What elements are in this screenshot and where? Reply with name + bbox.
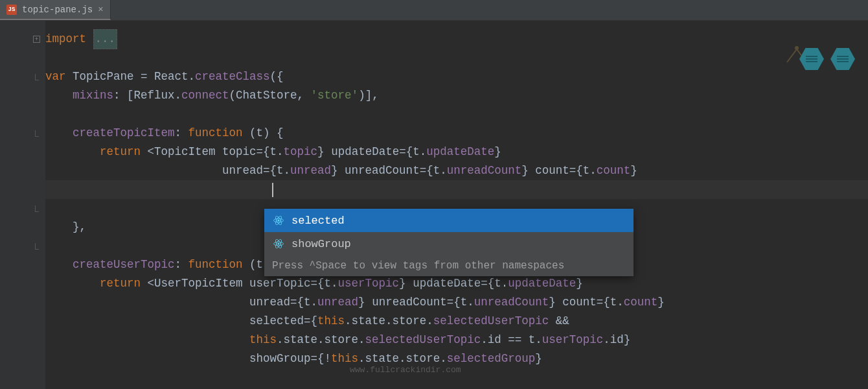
autocomplete-popup: selected showGroup Press ^Space to view … bbox=[264, 209, 634, 276]
autocomplete-label: showGroup bbox=[291, 238, 351, 250]
code-token: unread bbox=[222, 161, 263, 180]
code-token: ={t. bbox=[311, 274, 338, 293]
code-token: .state.store. bbox=[345, 312, 433, 331]
code-token: return bbox=[100, 274, 141, 293]
code-token: ={t. bbox=[420, 161, 447, 180]
code-token: function bbox=[188, 124, 243, 143]
code-token: )], bbox=[358, 86, 379, 105]
code-token: selectedUserTopic bbox=[365, 331, 481, 349]
code-token: this bbox=[317, 312, 345, 331]
code-token: } bbox=[317, 143, 331, 161]
code-token: return bbox=[100, 143, 141, 161]
code-token: count bbox=[624, 293, 658, 312]
code-token: updateDate bbox=[426, 143, 494, 161]
cursor bbox=[272, 183, 273, 197]
code-token: ={t. bbox=[597, 293, 624, 312]
code-token: createClass bbox=[195, 67, 270, 86]
code-token: userTopic bbox=[249, 274, 311, 293]
code-token: userTopic bbox=[542, 331, 604, 349]
code-token: ={t. bbox=[569, 161, 597, 180]
close-icon[interactable]: × bbox=[98, 5, 103, 15]
fold-line-icon bbox=[35, 206, 39, 212]
code-token: } bbox=[549, 293, 562, 312]
code-token: unreadCount bbox=[447, 161, 522, 180]
code-token: .id == t. bbox=[481, 331, 542, 349]
tab-filename: topic-pane.js bbox=[22, 5, 93, 15]
code-token: selectedUserTopic bbox=[433, 312, 549, 331]
code-token: ={t. bbox=[399, 143, 426, 161]
file-tab[interactable]: JS topic-pane.js × bbox=[0, 0, 111, 20]
code-token: ={t. bbox=[290, 293, 317, 312]
editor[interactable]: + import ... var TopicPane = React.creat… bbox=[0, 21, 868, 389]
code-token: count bbox=[535, 161, 569, 180]
code-token: TopicPane = React. bbox=[66, 67, 196, 86]
code-token: .state.store. bbox=[277, 331, 365, 349]
code-token: unread bbox=[290, 161, 331, 180]
code-token: mixins bbox=[73, 86, 113, 105]
code-token: ={t. bbox=[263, 161, 290, 180]
code-token: unread bbox=[249, 293, 290, 312]
current-line bbox=[45, 180, 868, 199]
code-token: } bbox=[358, 293, 372, 312]
code-token: updateDate bbox=[508, 274, 576, 293]
folded-region[interactable]: ... bbox=[93, 29, 118, 49]
code-token: 'store' bbox=[311, 86, 359, 105]
code-token: ={t. bbox=[257, 143, 284, 161]
code-token: showGroup bbox=[249, 349, 311, 368]
code-token: } bbox=[521, 161, 535, 180]
code-token: createTopicItem bbox=[73, 124, 175, 143]
code-token: : [Reflux. bbox=[113, 86, 181, 105]
code-token: unread bbox=[317, 293, 358, 312]
code-token: userTopic bbox=[338, 274, 400, 293]
code-token: function bbox=[188, 255, 243, 274]
js-file-icon: JS bbox=[6, 5, 17, 15]
gutter: + bbox=[0, 21, 45, 389]
code-token: (ChatStore, bbox=[229, 86, 311, 105]
code-token: count bbox=[597, 161, 631, 180]
code-token: } bbox=[630, 161, 637, 180]
hex-badge[interactable] bbox=[799, 48, 824, 70]
code-token: .id} bbox=[603, 331, 630, 349]
code-token: } bbox=[331, 161, 345, 180]
code-token: ={t. bbox=[447, 293, 474, 312]
code-token: } bbox=[535, 349, 542, 368]
autocomplete-hint: Press ^Space to view tags from other nam… bbox=[264, 255, 634, 276]
code-token: }, bbox=[73, 218, 86, 237]
code-token: : bbox=[175, 255, 188, 274]
hex-badge[interactable] bbox=[830, 48, 855, 70]
ide-badges bbox=[799, 48, 855, 70]
fold-plus-icon[interactable]: + bbox=[33, 36, 40, 43]
code-token: ={t. bbox=[481, 274, 508, 293]
tab-bar: JS topic-pane.js × bbox=[0, 0, 868, 21]
code-area[interactable]: import ... var TopicPane = React.createC… bbox=[45, 21, 868, 389]
code-token: unreadCount bbox=[345, 161, 420, 180]
code-token: var bbox=[45, 67, 66, 86]
code-token: updateDate bbox=[413, 274, 481, 293]
code-token: connect bbox=[181, 86, 229, 105]
code-token: unreadCount bbox=[474, 293, 549, 312]
watermark-text: www.fullcrackindir.com bbox=[350, 365, 461, 375]
code-token: && bbox=[549, 312, 569, 331]
code-token: } bbox=[576, 274, 583, 293]
autocomplete-item[interactable]: showGroup bbox=[264, 232, 634, 255]
svg-point-1 bbox=[278, 220, 280, 222]
svg-point-0 bbox=[795, 46, 799, 50]
autocomplete-item[interactable]: selected bbox=[264, 209, 634, 232]
code-token: count bbox=[562, 293, 597, 312]
code-token: (t) { bbox=[243, 124, 284, 143]
code-token: topic bbox=[284, 143, 318, 161]
code-token: <UserTopicItem bbox=[141, 274, 249, 293]
react-icon bbox=[272, 214, 285, 227]
fold-line-icon bbox=[35, 130, 39, 137]
code-token: ={! bbox=[311, 349, 332, 368]
code-token: import bbox=[45, 30, 86, 49]
react-icon bbox=[272, 237, 285, 250]
code-token: topic bbox=[222, 143, 257, 161]
code-token: createUserTopic bbox=[73, 255, 175, 274]
fold-line-icon bbox=[35, 243, 39, 250]
autocomplete-label: selected bbox=[291, 215, 345, 227]
code-token: : bbox=[175, 124, 188, 143]
code-token: updateDate bbox=[331, 143, 399, 161]
code-token: } bbox=[494, 143, 501, 161]
code-token: ({ bbox=[270, 67, 284, 86]
